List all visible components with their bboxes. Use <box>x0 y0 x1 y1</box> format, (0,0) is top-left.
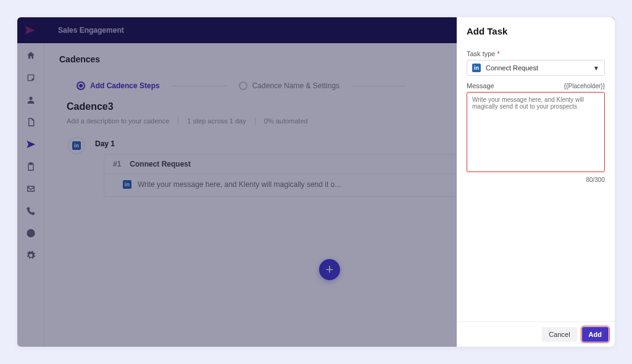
char-count: 80/300 <box>467 176 605 183</box>
add-task-panel: Add Task Task type * in Connect Request … <box>457 17 615 347</box>
placeholder-link[interactable]: {{Placeholder}} <box>564 83 605 89</box>
message-input[interactable] <box>467 92 605 172</box>
caret-down-icon: ▼ <box>593 65 599 72</box>
task-type-selected-value: Connect Request <box>486 64 538 72</box>
app-root: Sales Engagement Cadences Add Cadence St… <box>17 17 615 347</box>
add-button[interactable]: Add <box>582 327 609 342</box>
message-label: Message <box>467 82 494 89</box>
panel-title: Add Task <box>457 17 615 44</box>
cancel-button[interactable]: Cancel <box>542 327 576 342</box>
task-type-select[interactable]: in Connect Request ▼ <box>467 60 605 76</box>
panel-footer: Cancel Add <box>457 321 615 347</box>
linkedin-icon: in <box>472 64 481 72</box>
message-label-row: Message {{Placeholder}} <box>467 82 605 89</box>
task-type-label: Task type * <box>467 50 605 57</box>
